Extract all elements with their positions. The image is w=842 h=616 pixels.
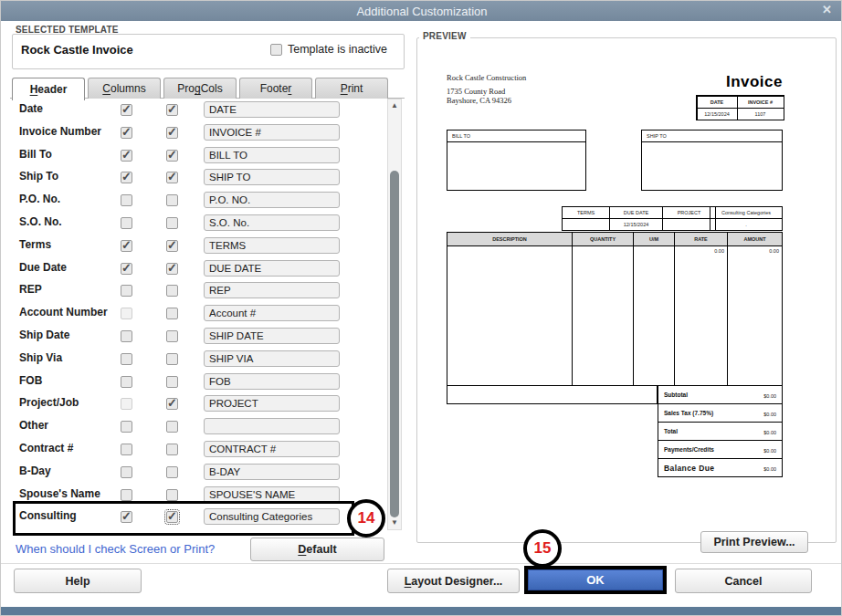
tab-prog-cols[interactable]: Prog Cols bbox=[163, 78, 237, 99]
screen-checkbox[interactable] bbox=[121, 217, 132, 229]
title-input[interactable] bbox=[204, 418, 340, 434]
print-checkbox[interactable] bbox=[166, 511, 178, 523]
title-input[interactable]: REP bbox=[204, 282, 340, 298]
print-checkbox[interactable] bbox=[166, 466, 178, 478]
print-checkbox[interactable] bbox=[166, 489, 178, 501]
screen-checkbox[interactable] bbox=[121, 263, 132, 275]
print-checkbox[interactable] bbox=[166, 376, 178, 388]
print-checkbox[interactable] bbox=[166, 398, 178, 410]
title-input[interactable]: DATE bbox=[204, 101, 340, 118]
screen-checkbox[interactable] bbox=[121, 194, 132, 206]
fields-scrollbar[interactable]: ▲ ▼ bbox=[387, 99, 402, 530]
print-checkbox[interactable] bbox=[166, 240, 178, 252]
screen-checkbox[interactable] bbox=[121, 285, 132, 297]
tab-footer[interactable]: Footer bbox=[239, 78, 312, 99]
screen-checkbox[interactable] bbox=[121, 150, 132, 162]
field-row: Invoice NumberINVOICE # bbox=[12, 122, 377, 145]
tab-header[interactable]: Header bbox=[12, 78, 85, 100]
accelerator: H bbox=[30, 83, 38, 96]
body-column: 0.00 bbox=[728, 246, 782, 385]
print-preview-button[interactable]: Print Preview... bbox=[700, 531, 808, 553]
title-input[interactable]: INVOICE # bbox=[204, 124, 340, 141]
title-input[interactable]: B-DAY bbox=[204, 464, 340, 480]
title-input[interactable]: PROJECT bbox=[204, 395, 340, 412]
help-button[interactable]: Help bbox=[14, 569, 142, 593]
title-input[interactable]: Consulting Categories bbox=[204, 508, 340, 525]
field-row: TermsTERMS bbox=[12, 235, 377, 258]
title-input[interactable]: SHIP VIA bbox=[204, 350, 340, 367]
cancel-button[interactable]: Cancel bbox=[675, 569, 812, 593]
column-header: RATE bbox=[675, 233, 728, 246]
template-inactive-checkbox[interactable] bbox=[270, 44, 282, 56]
screen-checkbox[interactable] bbox=[121, 240, 132, 252]
layout-designer-button[interactable]: Layout Designer... bbox=[387, 569, 520, 593]
field-label: B-Day bbox=[19, 465, 51, 477]
accelerator: P bbox=[341, 82, 348, 95]
title-input[interactable]: S.O. No. bbox=[204, 214, 340, 231]
print-checkbox[interactable] bbox=[166, 353, 178, 365]
print-checkbox[interactable] bbox=[166, 150, 178, 162]
ok-button[interactable]: OK bbox=[528, 569, 663, 590]
print-checkbox[interactable] bbox=[166, 421, 178, 433]
totals-row: Sales Tax (7.75%)$0.00 bbox=[658, 403, 783, 423]
title-input[interactable]: SHIP TO bbox=[204, 169, 340, 185]
print-checkbox[interactable] bbox=[166, 263, 178, 275]
scrollbar-thumb[interactable] bbox=[390, 171, 399, 517]
field-row: Ship ToSHIP TO bbox=[12, 167, 377, 190]
print-checkbox[interactable] bbox=[166, 104, 178, 116]
print-checkbox[interactable] bbox=[166, 217, 178, 229]
close-icon[interactable]: ✕ bbox=[822, 3, 832, 16]
title-input[interactable]: CONTRACT # bbox=[204, 441, 340, 457]
screen-checkbox[interactable] bbox=[121, 330, 132, 342]
title-input[interactable]: FOB bbox=[204, 373, 340, 390]
scroll-up-icon[interactable]: ▲ bbox=[388, 99, 401, 112]
title-input[interactable]: SPOUSE'S NAME bbox=[204, 486, 340, 503]
screen-or-print-help-link[interactable]: When should I check Screen or Print? bbox=[16, 542, 215, 556]
title-input[interactable]: TERMS bbox=[204, 237, 340, 254]
terms-table: TERMSDUE DATEPROJECT12/15/2024 bbox=[562, 206, 715, 230]
print-checkbox[interactable] bbox=[166, 330, 178, 342]
screen-checkbox[interactable] bbox=[121, 421, 132, 433]
print-checkbox[interactable] bbox=[166, 127, 178, 139]
screen-checkbox[interactable] bbox=[121, 172, 132, 183]
title-input[interactable]: P.O. NO. bbox=[204, 192, 340, 208]
print-checkbox[interactable] bbox=[166, 444, 178, 455]
field-label: Ship Via bbox=[19, 351, 62, 364]
print-checkbox[interactable] bbox=[166, 172, 178, 183]
default-button[interactable]: Default bbox=[250, 538, 384, 561]
field-label: Ship To bbox=[19, 170, 58, 183]
screen-checkbox[interactable] bbox=[121, 127, 132, 139]
terms-value bbox=[662, 218, 716, 231]
field-row: DateDATE bbox=[12, 99, 377, 122]
screen-checkbox[interactable] bbox=[121, 353, 132, 365]
title-input[interactable]: SHIP DATE bbox=[204, 328, 340, 344]
tab-columns[interactable]: Columns bbox=[88, 78, 161, 99]
print-checkbox[interactable] bbox=[166, 285, 178, 297]
scroll-down-icon[interactable]: ▼ bbox=[388, 517, 401, 529]
screen-checkbox[interactable] bbox=[121, 444, 132, 455]
screen-checkbox[interactable] bbox=[121, 104, 132, 116]
tab-print[interactable]: Print bbox=[315, 78, 388, 99]
ship-to-label: SHIP TO bbox=[642, 131, 782, 142]
screen-checkbox[interactable] bbox=[121, 489, 132, 501]
print-checkbox[interactable] bbox=[166, 308, 178, 319]
screen-checkbox[interactable] bbox=[121, 376, 132, 388]
screen-checkbox[interactable] bbox=[121, 398, 132, 410]
amount-value: 0.00 bbox=[769, 248, 779, 254]
title-input[interactable]: DUE DATE bbox=[204, 260, 340, 277]
field-label: Account Number bbox=[19, 306, 108, 318]
template-inactive-label: Template is inactive bbox=[288, 43, 387, 56]
title-input[interactable]: Account # bbox=[204, 305, 340, 321]
date-table-value: 1107 bbox=[737, 108, 784, 120]
screen-checkbox[interactable] bbox=[121, 466, 132, 478]
consulting-categories-value: . bbox=[710, 218, 783, 231]
field-row: S.O. No.S.O. No. bbox=[12, 213, 377, 235]
screen-checkbox[interactable] bbox=[121, 511, 132, 523]
totals-row: Total$0.00 bbox=[658, 422, 783, 441]
terms-header: DUE DATE bbox=[609, 206, 663, 219]
screen-checkbox[interactable] bbox=[121, 308, 132, 319]
title-input[interactable]: BILL TO bbox=[204, 147, 340, 163]
totals-row: Balance Due$0.00 bbox=[658, 458, 783, 477]
print-checkbox[interactable] bbox=[166, 194, 178, 206]
field-label: P.O. No. bbox=[19, 193, 60, 205]
